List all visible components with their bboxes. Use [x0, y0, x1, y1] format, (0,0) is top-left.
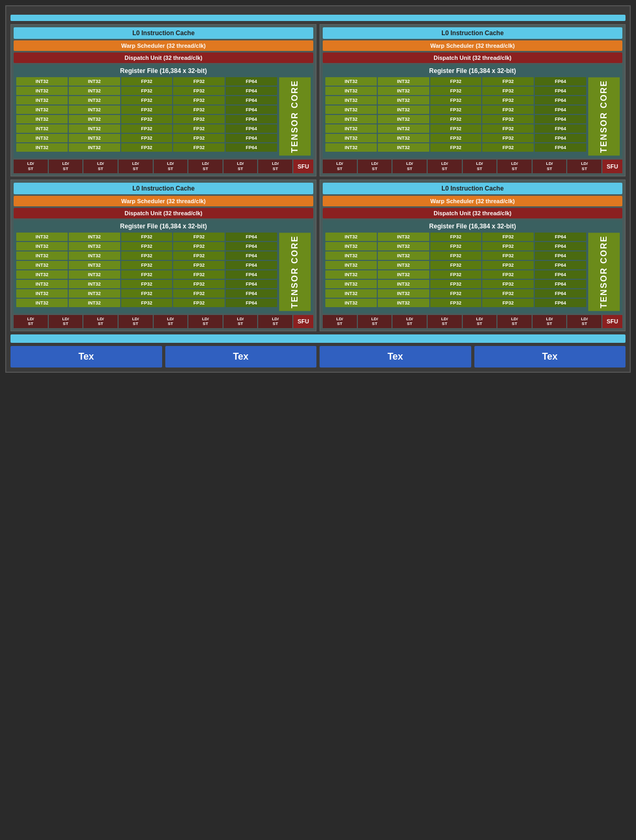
int32-cell-1-0-1: INT32 — [378, 77, 429, 86]
fp64-cell-3-3: FP64 — [535, 261, 586, 269]
ldst-sfu-row-3: LD/STLD/STLD/STLD/STLD/STLD/STLD/STLD/ST… — [323, 315, 622, 328]
fp32-cell-1-5-1: FP32 — [482, 124, 534, 133]
tex-cell-3: Tex — [474, 346, 626, 368]
fp64-cell-0-4: FP64 — [226, 115, 277, 123]
int32-cell-1-2-1: INT32 — [378, 96, 429, 104]
cu-row-2-3: INT32INT32FP32FP32FP64 — [16, 261, 277, 269]
sm-container: L0 Instruction CacheWarp Scheduler (32 t… — [5, 5, 631, 373]
int32-cell-0-2-0: INT32 — [16, 96, 68, 104]
fp32-cell-0-2-0: FP32 — [121, 96, 173, 104]
tensor-core-0: TENSOR CORE — [279, 77, 311, 155]
fp64-cell-1-0: FP64 — [535, 77, 586, 86]
fp32-cell-2-6-1: FP32 — [173, 289, 225, 298]
cu-row-3-0: INT32INT32FP32FP32FP64 — [325, 233, 586, 241]
register-file-container-2: Register File (16,384 x 32-bit)INT32INT3… — [14, 220, 313, 313]
ldst-cell-0-3: LD/ST — [119, 160, 153, 173]
int32-cell-2-0-1: INT32 — [69, 233, 120, 241]
ldst-cell-3-3: LD/ST — [428, 315, 462, 328]
ldst-cell-3-4: LD/ST — [463, 315, 497, 328]
fp32-cell-1-4-0: FP32 — [430, 115, 482, 123]
cu-row-3-7: INT32INT32FP32FP32FP64 — [325, 299, 586, 307]
fp32-cell-0-2-1: FP32 — [173, 96, 225, 104]
l0-instruction-cache-2: L0 Instruction Cache — [14, 183, 313, 194]
sfu-cell-2: SFU — [293, 315, 313, 328]
int32-cell-2-7-0: INT32 — [16, 299, 68, 307]
fp64-cell-0-3: FP64 — [226, 106, 277, 114]
fp64-cell-2-2: FP64 — [226, 251, 277, 260]
cu-row-1-4: INT32INT32FP32FP32FP64 — [325, 115, 586, 123]
fp32-cell-0-0-0: FP32 — [121, 77, 173, 86]
cu-row-2-4: INT32INT32FP32FP32FP64 — [16, 270, 277, 279]
fp32-cell-3-5-0: FP32 — [430, 280, 482, 288]
fp32-cell-0-1-0: FP32 — [121, 87, 173, 95]
cu-row-0-0: INT32INT32FP32FP32FP64 — [16, 77, 277, 86]
fp32-cell-2-2-0: FP32 — [121, 251, 173, 260]
dispatch-unit-0: Dispatch Unit (32 thread/clk) — [14, 52, 313, 63]
fp32-cell-3-2-1: FP32 — [482, 251, 534, 260]
cu-row-1-2: INT32INT32FP32FP32FP64 — [325, 96, 586, 104]
register-file-label-2: Register File (16,384 x 32-bit) — [16, 223, 311, 230]
ldst-cell-3-6: LD/ST — [533, 315, 567, 328]
register-file-label-1: Register File (16,384 x 32-bit) — [325, 67, 620, 75]
ldst-cell-1-6: LD/ST — [533, 160, 567, 173]
fp64-cell-2-7: FP64 — [226, 299, 277, 307]
register-file-label-3: Register File (16,384 x 32-bit) — [325, 223, 620, 230]
fp32-cell-2-3-0: FP32 — [121, 261, 173, 269]
fp32-cell-3-1-1: FP32 — [482, 242, 534, 250]
l1-data-cache — [10, 334, 626, 343]
ldst-sfu-row-0: LD/STLD/STLD/STLD/STLD/STLD/STLD/STLD/ST… — [14, 160, 313, 173]
cu-row-0-4: INT32INT32FP32FP32FP64 — [16, 115, 277, 123]
ldst-cell-2-2: LD/ST — [83, 315, 118, 328]
compute-units-row-3: INT32INT32FP32FP32FP64INT32INT32FP32FP32… — [325, 233, 620, 311]
fp32-cell-3-6-0: FP32 — [430, 289, 482, 298]
sub-processors-grid: L0 Instruction CacheWarp Scheduler (32 t… — [10, 24, 626, 331]
tensor-core-1: TENSOR CORE — [588, 77, 620, 155]
fp32-cell-2-0-0: FP32 — [121, 233, 173, 241]
int32-cell-1-2-0: INT32 — [325, 96, 377, 104]
warp-scheduler-1: Warp Scheduler (32 thread/clk) — [323, 40, 622, 51]
warp-scheduler-0: Warp Scheduler (32 thread/clk) — [14, 40, 313, 51]
int32-cell-0-4-0: INT32 — [16, 115, 68, 123]
fp32-cell-0-7-0: FP32 — [121, 143, 173, 152]
int32-cell-0-7-0: INT32 — [16, 143, 68, 152]
ldst-cell-1-7: LD/ST — [567, 160, 601, 173]
fp32-cell-3-7-0: FP32 — [430, 299, 482, 307]
compute-units-row-0: INT32INT32FP32FP32FP64INT32INT32FP32FP32… — [16, 77, 311, 155]
ldst-cell-3-0: LD/ST — [323, 315, 357, 328]
fp32-cell-1-6-1: FP32 — [482, 134, 534, 142]
fp32-cell-2-3-1: FP32 — [173, 261, 225, 269]
int32-cell-1-1-1: INT32 — [378, 87, 429, 95]
int32-cell-2-4-1: INT32 — [69, 270, 120, 279]
compute-left-2: INT32INT32FP32FP32FP64INT32INT32FP32FP32… — [16, 233, 277, 311]
fp64-cell-3-7: FP64 — [535, 299, 586, 307]
fp32-cell-3-1-0: FP32 — [430, 242, 482, 250]
fp64-cell-1-2: FP64 — [535, 96, 586, 104]
fp32-cell-0-6-1: FP32 — [173, 134, 225, 142]
l0-instruction-cache-1: L0 Instruction Cache — [323, 27, 622, 39]
cu-row-1-1: INT32INT32FP32FP32FP64 — [325, 87, 586, 95]
fp64-cell-1-5: FP64 — [535, 124, 586, 133]
ldst-cell-1-5: LD/ST — [497, 160, 532, 173]
fp64-cell-0-5: FP64 — [226, 124, 277, 133]
fp32-cell-2-1-0: FP32 — [121, 242, 173, 250]
warp-scheduler-2: Warp Scheduler (32 thread/clk) — [14, 196, 313, 206]
fp32-cell-3-0-1: FP32 — [482, 233, 534, 241]
tensor-core-3: TENSOR CORE — [588, 233, 620, 311]
tex-cell-2: Tex — [320, 346, 471, 368]
compute-units-row-1: INT32INT32FP32FP32FP64INT32INT32FP32FP32… — [325, 77, 620, 155]
sub-processor-3: L0 Instruction CacheWarp Scheduler (32 t… — [320, 180, 626, 332]
int32-cell-1-1-0: INT32 — [325, 87, 377, 95]
fp64-cell-0-0: FP64 — [226, 77, 277, 86]
int32-cell-3-0-1: INT32 — [378, 233, 429, 241]
fp32-cell-1-1-0: FP32 — [430, 87, 482, 95]
ldst-cell-1-4: LD/ST — [463, 160, 497, 173]
ldst-cell-2-4: LD/ST — [154, 315, 188, 328]
register-file-container-1: Register File (16,384 x 32-bit)INT32INT3… — [323, 65, 622, 158]
cu-row-3-5: INT32INT32FP32FP32FP64 — [325, 280, 586, 288]
int32-cell-2-7-1: INT32 — [69, 299, 120, 307]
fp64-cell-0-2: FP64 — [226, 96, 277, 104]
dispatch-unit-2: Dispatch Unit (32 thread/clk) — [14, 208, 313, 218]
fp32-cell-1-2-1: FP32 — [482, 96, 534, 104]
fp32-cell-0-4-1: FP32 — [173, 115, 225, 123]
fp64-cell-3-6: FP64 — [535, 289, 586, 298]
